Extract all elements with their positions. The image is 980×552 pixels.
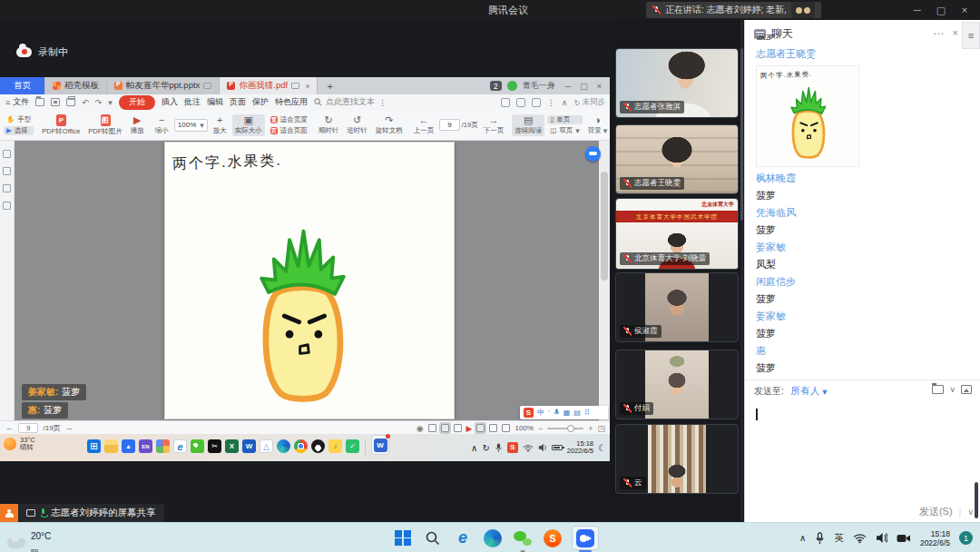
bookmark-panel-icon[interactable]	[3, 167, 11, 175]
close-button[interactable]: ×	[953, 5, 976, 15]
next-page-button[interactable]: →下一页	[481, 114, 507, 136]
screenshot-icon[interactable]	[961, 385, 972, 394]
statusbar-prev-icon[interactable]: ←	[5, 423, 14, 432]
weather-widget[interactable]: 20°C阴	[7, 527, 51, 552]
search-button[interactable]	[422, 527, 444, 549]
screen-share-banner[interactable]: 志愿者刘婷婷的屏幕共享	[0, 504, 164, 522]
scrollbar-thumb[interactable]	[601, 172, 608, 281]
more-tools-icon[interactable]: ⋮	[547, 98, 555, 107]
hand-tool[interactable]: ✋手型	[4, 115, 34, 124]
tencent-meeting-active-task[interactable]	[572, 526, 599, 550]
excel-icon[interactable]	[225, 439, 239, 453]
chat-input[interactable]	[754, 405, 970, 496]
tray-speaker-icon[interactable]	[876, 532, 887, 544]
wps-active-task[interactable]	[371, 435, 389, 455]
video-tile[interactable]: 侯淑霞	[615, 272, 739, 342]
ime-toolbox-icon[interactable]: ⠿	[584, 409, 590, 417]
inner-chevron-up-icon[interactable]: ∧	[471, 443, 477, 453]
double-page-button[interactable]: ◫双页▾	[547, 126, 583, 135]
internet-explorer-icon[interactable]	[173, 439, 187, 453]
rotate-cw-button[interactable]: ↻顺时针	[316, 114, 342, 136]
zoom-minus-icon[interactable]: −	[538, 424, 543, 433]
send-file-icon[interactable]	[932, 385, 944, 394]
video-strip-scrollbar[interactable]	[740, 20, 743, 522]
slideshow-icon[interactable]: ▶	[466, 424, 473, 433]
zoom-slider[interactable]	[547, 428, 583, 429]
sogou-logo-icon[interactable]: S	[524, 408, 534, 418]
wps-restore-button[interactable]: ▢	[575, 82, 593, 91]
video-tile[interactable]: 志愿者张雅淇	[615, 48, 739, 118]
eye-protect-icon[interactable]: ◉	[416, 424, 424, 433]
video-tile[interactable]: 志愿者王晓雯	[615, 124, 739, 194]
tray-camera-icon[interactable]	[897, 533, 911, 544]
notification-badge[interactable]: 1	[959, 531, 973, 545]
wechat-icon[interactable]	[191, 439, 204, 453]
wps-minimize-button[interactable]: ─	[561, 82, 575, 91]
qq-icon[interactable]	[311, 439, 325, 453]
tray-chevron-up-icon[interactable]: ∧	[799, 533, 806, 543]
annotation-panel-icon[interactable]	[3, 184, 11, 192]
zoom-in-button[interactable]: +放大	[211, 114, 230, 136]
collapse-ribbon-icon[interactable]: ∧	[562, 98, 568, 107]
background-button[interactable]: ◑背景▾	[585, 114, 611, 136]
zoom-plus-icon[interactable]: +	[588, 424, 593, 433]
inner-sogou-icon[interactable]: S	[507, 442, 518, 453]
fit-page-button[interactable]: 页适合页面	[268, 126, 310, 135]
send-to-select[interactable]: 所有人▾	[791, 385, 828, 398]
zoom-slider-knob[interactable]	[567, 425, 574, 432]
wps-assistant-bubble[interactable]	[585, 146, 601, 162]
rotate-doc-button[interactable]: ↷旋转文档	[373, 114, 406, 136]
send-options-icon[interactable]: ∨	[967, 508, 974, 517]
account-name[interactable]: 青毛一身	[523, 80, 555, 92]
tray-mic-icon[interactable]	[815, 532, 825, 545]
restore-button[interactable]: ▢	[929, 5, 953, 16]
send-button[interactable]: 发送(S)	[919, 505, 953, 518]
menu-insert[interactable]: 插入	[162, 96, 178, 108]
menu-special-apps[interactable]: 特色应用	[275, 96, 308, 108]
menu-start[interactable]: 开始	[119, 95, 155, 110]
inner-clock[interactable]: 15:182022/6/5	[567, 440, 593, 456]
ime-mic-icon[interactable]	[554, 409, 560, 417]
select-tool[interactable]: ▶选择	[4, 126, 34, 135]
share-icon[interactable]	[501, 98, 510, 107]
video-tile[interactable]: 云	[615, 424, 739, 494]
page-number-input[interactable]: 9	[439, 119, 459, 131]
canvas-scrollbar[interactable]	[599, 141, 610, 420]
layout-c-icon[interactable]	[502, 424, 510, 432]
continuous-read-button[interactable]: ▤连续阅读	[512, 114, 544, 136]
word-icon[interactable]	[242, 439, 256, 453]
green-app-icon[interactable]	[346, 439, 359, 453]
wechat-icon[interactable]	[512, 527, 534, 549]
chat-image-message[interactable]: 两个字.水果类.	[756, 65, 859, 167]
chat-scrollbar-thumb[interactable]	[975, 482, 978, 518]
ime-cn-mode-icon[interactable]: 中	[537, 408, 544, 418]
inner-notification-icon[interactable]: ☾	[598, 443, 606, 453]
ime-language-button[interactable]: 英	[834, 532, 844, 545]
view-read-icon[interactable]	[428, 424, 436, 432]
file-menu[interactable]: ≡文件	[5, 96, 29, 108]
tray-wifi-icon[interactable]	[853, 533, 867, 544]
rotate-ccw-button[interactable]: ↺逆时针	[344, 114, 370, 136]
single-page-button[interactable]: ▯单页	[547, 115, 583, 124]
redo-icon[interactable]: ↷	[95, 98, 103, 107]
thumbnail-panel-icon[interactable]	[3, 150, 11, 158]
docs-app-icon[interactable]	[260, 439, 273, 453]
zoom-level-select[interactable]: 100%▾	[174, 119, 208, 132]
tencent-meeting-icon[interactable]	[122, 439, 135, 453]
tab-pdf-active[interactable]: 你画我猜.pdf×	[220, 77, 318, 94]
edge-icon[interactable]	[277, 439, 290, 453]
layout-b-icon[interactable]	[489, 424, 497, 432]
ime-skin-icon[interactable]: ▤	[573, 409, 581, 417]
inner-sync-icon[interactable]: ↻	[482, 443, 489, 453]
photos-icon[interactable]	[156, 439, 170, 453]
quickbar-dropdown-icon[interactable]: ▾	[108, 98, 113, 107]
tab-home[interactable]: 首页	[0, 77, 45, 94]
statusbar-next-icon[interactable]: →	[65, 423, 74, 432]
new-tab-button[interactable]: +	[318, 77, 341, 94]
notification-badge[interactable]: 2	[490, 81, 502, 91]
inner-battery-icon[interactable]	[552, 445, 563, 450]
edge-icon[interactable]	[482, 527, 504, 549]
video-tile[interactable]: 北京体育大学 北京体育大学中国武术学院 北京体育大学-刘晓蕾	[615, 198, 739, 270]
view-book-icon[interactable]	[454, 424, 462, 432]
video-tile[interactable]: 付娟	[615, 350, 739, 419]
